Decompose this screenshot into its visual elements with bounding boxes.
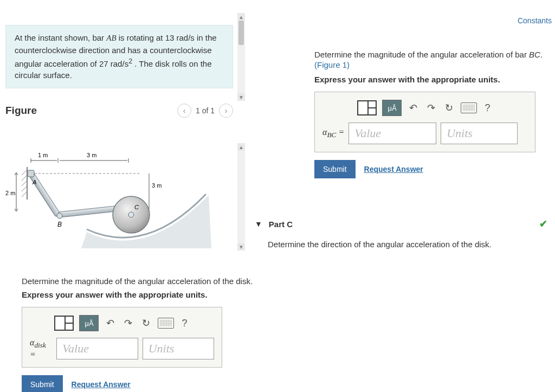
figure-heading: Figure xyxy=(5,105,37,117)
problem-statement: At the instant shown, bar AB is rotating… xyxy=(5,25,233,88)
redo-icon[interactable]: ↷ xyxy=(425,102,437,114)
units-chooser-button[interactable]: μÅ xyxy=(79,315,99,331)
keyboard-icon[interactable] xyxy=(461,102,477,113)
template-picker-icon[interactable] xyxy=(54,316,74,331)
scroll-up-icon[interactable]: ▲ xyxy=(237,13,245,21)
left-scrollbar[interactable]: ▲ ▼ xyxy=(237,13,245,101)
svg-line-5 xyxy=(22,191,27,197)
partb-value-input[interactable]: Value xyxy=(349,123,436,144)
undo-icon[interactable]: ↶ xyxy=(104,317,117,329)
partb-request-answer-link[interactable]: Request Answer xyxy=(364,165,423,173)
help-button[interactable]: ? xyxy=(482,102,492,114)
svg-line-3 xyxy=(22,181,27,186)
partdisk-prompt: Determine the magnitude of the angular a… xyxy=(22,275,255,287)
svg-rect-18 xyxy=(28,170,61,217)
partb-answer-box: μÅ ↶ ↷ ↻ ? αBC = Value Units xyxy=(314,92,535,152)
figure-scrollbar[interactable]: ▲ ▼ xyxy=(237,143,245,250)
redo-icon[interactable]: ↷ xyxy=(122,317,134,329)
partb-units-input[interactable]: Units xyxy=(441,123,518,144)
partc-collapse-icon[interactable]: ▼ xyxy=(255,220,262,228)
svg-text:A: A xyxy=(32,179,36,185)
units-chooser-button[interactable]: μÅ xyxy=(382,100,402,116)
reset-icon[interactable]: ↻ xyxy=(443,102,455,114)
svg-line-1 xyxy=(22,170,27,175)
svg-text:3 m: 3 m xyxy=(87,152,96,158)
scroll-thumb[interactable] xyxy=(238,21,244,45)
partdisk-answer-box: μÅ ↶ ↷ ↻ ? αdisk = Value Units xyxy=(22,307,222,368)
svg-text:1 m: 1 m xyxy=(38,152,48,158)
figure-prev-button[interactable]: ‹ xyxy=(177,104,191,118)
svg-text:C: C xyxy=(134,204,139,210)
partb-prompt: Determine the magnitude of the angular a… xyxy=(314,49,547,60)
svg-line-2 xyxy=(22,175,27,181)
partc-title: Part C xyxy=(269,220,293,229)
constants-link[interactable]: Constants xyxy=(518,16,552,25)
svg-rect-20 xyxy=(28,170,34,177)
svg-line-4 xyxy=(22,186,27,191)
help-button[interactable]: ? xyxy=(179,318,189,329)
svg-point-22 xyxy=(57,213,62,219)
partdisk-subprompt: Express your answer with the appropriate… xyxy=(22,290,255,299)
figure-diagram: 2 m 1 m 3 m 3 m A xyxy=(5,145,233,254)
partdisk-submit-button[interactable]: Submit xyxy=(22,375,63,392)
figure-next-button[interactable]: › xyxy=(219,104,233,118)
partdisk-value-input[interactable]: Value xyxy=(56,338,138,359)
partb-subprompt: Express your answer with the appropriate… xyxy=(314,75,547,84)
figure-pager-text: 1 of 1 xyxy=(196,106,215,115)
reset-icon[interactable]: ↻ xyxy=(140,317,152,329)
svg-text:B: B xyxy=(57,221,62,228)
partc-prompt: Determine the direction of the angular a… xyxy=(268,240,492,249)
partb-variable-label: αBC = xyxy=(322,127,344,139)
partdisk-variable-label: αdisk = xyxy=(30,338,52,359)
partc-correct-icon: ✔ xyxy=(539,218,547,230)
scroll-up-icon[interactable]: ▲ xyxy=(237,143,245,151)
svg-point-25 xyxy=(128,212,134,217)
keyboard-icon[interactable] xyxy=(158,318,174,329)
figure-link[interactable]: (Figure 1) xyxy=(314,60,547,69)
svg-text:3 m: 3 m xyxy=(152,182,162,189)
undo-icon[interactable]: ↶ xyxy=(407,102,420,114)
partdisk-request-answer-link[interactable]: Request Answer xyxy=(72,380,131,389)
figure-pager: ‹ 1 of 1 › xyxy=(177,104,233,118)
scroll-down-icon[interactable]: ▼ xyxy=(237,243,245,250)
template-picker-icon[interactable] xyxy=(357,100,377,115)
partdisk-units-input[interactable]: Units xyxy=(143,338,214,359)
scroll-down-icon[interactable]: ▼ xyxy=(237,93,245,101)
partb-submit-button[interactable]: Submit xyxy=(314,160,356,178)
svg-text:2 m: 2 m xyxy=(5,190,15,196)
